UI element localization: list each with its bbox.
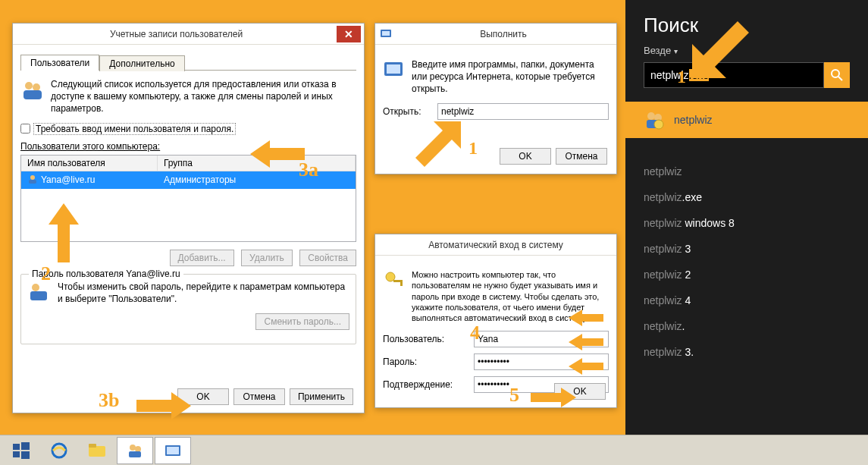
taskbar[interactable]	[0, 435, 868, 465]
password-label: Пароль:	[383, 357, 474, 367]
require-credentials-input[interactable]	[20, 124, 30, 134]
svg-marker-26	[569, 334, 603, 350]
search-top-result[interactable]: netplwiz	[625, 102, 868, 138]
svg-marker-20	[692, 21, 749, 78]
svg-line-15	[838, 77, 842, 80]
search-suggestion[interactable]: netplwiz 3.	[644, 346, 850, 358]
tab-strip: Пользователи Дополнительно	[20, 54, 356, 71]
column-username[interactable]: Имя пользователя	[21, 156, 158, 171]
start-button[interactable]	[3, 437, 39, 464]
annotation-arrow	[136, 392, 191, 419]
password-section: Пароль пользователя Yana@live.ru Чтобы и…	[20, 274, 356, 344]
annotation-4: 4	[470, 322, 480, 344]
user-name: Yana@live.ru	[41, 174, 95, 185]
require-credentials-label: Требовать ввод имени пользователя и паро…	[33, 123, 236, 135]
tab-advanced[interactable]: Дополнительно	[99, 55, 184, 71]
annotation-arrow	[531, 388, 576, 407]
delete-button[interactable]: Удалить	[241, 250, 293, 266]
svg-marker-21	[415, 121, 461, 167]
annotation-arrow	[569, 309, 603, 326]
svg-marker-25	[569, 309, 603, 326]
open-input[interactable]	[437, 103, 609, 120]
info-text: Следующий список используется для предос…	[51, 78, 356, 115]
svg-point-3	[30, 175, 35, 180]
run-dialog: Выполнить Введите имя программы, папки, …	[374, 23, 617, 174]
svg-marker-28	[531, 388, 576, 407]
svg-point-14	[832, 70, 839, 77]
svg-rect-35	[89, 444, 96, 448]
annotation-arrow	[692, 21, 749, 80]
search-suggestion[interactable]: netplwiz	[644, 165, 850, 178]
ok-button[interactable]: OK	[500, 148, 551, 165]
close-button[interactable]: ✕	[337, 26, 361, 42]
search-suggestion[interactable]: netplwiz.	[644, 320, 850, 332]
titlebar[interactable]: Автоматический вход в систему	[375, 234, 616, 256]
taskbar-run-icon[interactable]	[155, 437, 191, 464]
svg-rect-31	[13, 451, 20, 457]
user-label: Пользователь:	[383, 334, 474, 344]
svg-point-37	[135, 446, 141, 452]
apply-button[interactable]: Применить	[290, 388, 353, 405]
open-label: Открыть:	[383, 106, 437, 117]
annotation-arrow	[569, 334, 603, 350]
confirm-label: Подтверждение:	[383, 379, 474, 390]
titlebar[interactable]: Выполнить	[375, 24, 616, 45]
svg-point-5	[32, 284, 39, 291]
window-title: Выполнить	[393, 29, 613, 39]
annotation-1-right: 1	[677, 67, 686, 87]
svg-marker-22	[49, 203, 79, 262]
search-button[interactable]	[824, 62, 850, 88]
search-suggestions: netplwiznetplwiz.exenetplwiz windows 8ne…	[644, 165, 850, 358]
annotation-arrow	[415, 121, 461, 167]
search-suggestion[interactable]: netplwiz 2	[644, 269, 850, 281]
run-icon	[378, 28, 393, 40]
annotation-2: 2	[41, 262, 51, 285]
change-password-button[interactable]: Сменить пароль...	[255, 313, 349, 330]
svg-point-19	[654, 120, 663, 129]
window-title: Автоматический вход в систему	[378, 240, 613, 250]
annotation-arrow	[250, 140, 305, 168]
search-suggestion[interactable]: netplwiz 3	[644, 243, 850, 255]
annotation-3b: 3b	[99, 389, 119, 412]
add-button[interactable]: Добавить...	[170, 250, 234, 266]
search-suggestion[interactable]: netplwiz.exe	[644, 191, 850, 203]
users-icon	[20, 78, 45, 115]
annotation-1-left: 1	[468, 138, 478, 159]
svg-rect-2	[24, 90, 42, 99]
properties-button[interactable]: Свойства	[299, 250, 356, 266]
cancel-button[interactable]: Отмена	[556, 148, 607, 165]
titlebar[interactable]: Учетные записи пользователей ✕	[13, 24, 364, 45]
keys-icon	[383, 269, 406, 323]
svg-rect-8	[382, 31, 390, 36]
svg-rect-6	[30, 291, 47, 300]
result-label: netplwiz	[674, 114, 713, 126]
taskbar-ie-icon[interactable]	[41, 437, 77, 464]
require-credentials-checkbox[interactable]: Требовать ввод имени пользователя и паро…	[20, 123, 356, 135]
chevron-down-icon: ▾	[674, 47, 678, 55]
search-suggestion[interactable]: netplwiz windows 8	[644, 217, 850, 229]
cancel-button[interactable]: Отмена	[233, 388, 285, 405]
users-list-label: Пользователи этого компьютера:	[20, 141, 356, 152]
annotation-arrow	[49, 203, 79, 262]
svg-rect-34	[89, 446, 105, 457]
svg-marker-24	[136, 392, 191, 419]
svg-rect-30	[21, 442, 30, 450]
result-icon	[644, 109, 665, 130]
search-suggestion[interactable]: netplwiz 4	[644, 294, 850, 306]
annotation-arrow	[569, 358, 603, 375]
run-info-icon	[383, 58, 406, 96]
password-legend: Пароль пользователя Yana@live.ru	[29, 269, 183, 279]
window-title: Учетные записи пользователей	[16, 29, 337, 39]
user-group: Администраторы	[158, 172, 356, 187]
taskbar-explorer-icon[interactable]	[79, 437, 115, 464]
taskbar-netplwiz-icon[interactable]	[117, 437, 153, 464]
svg-rect-29	[13, 444, 20, 450]
user-icon	[27, 174, 38, 187]
run-info-text: Введите имя программы, папки, документа …	[412, 58, 609, 96]
svg-marker-23	[250, 140, 305, 168]
svg-marker-27	[569, 358, 603, 375]
svg-rect-32	[21, 451, 30, 459]
annotation-5: 5	[509, 384, 519, 407]
tab-users[interactable]: Пользователи	[20, 55, 99, 71]
password-help-text: Чтобы изменить свой пароль, перейдите к …	[58, 281, 349, 305]
